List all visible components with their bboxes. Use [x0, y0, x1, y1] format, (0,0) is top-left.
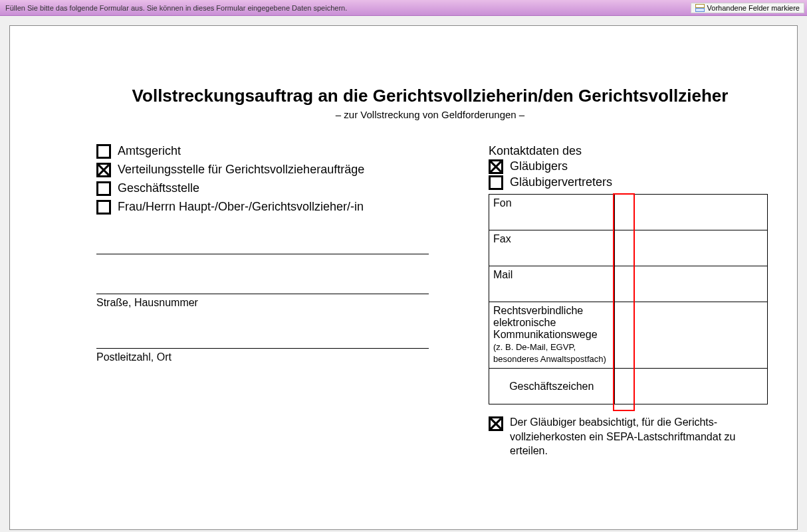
checkbox-frau-herrn-gv[interactable] [96, 200, 111, 215]
contact-section: Kontaktdaten des Gläubigers Gläubigerver… [489, 144, 768, 458]
ecom-mid-cell[interactable] [614, 302, 634, 369]
checkbox-geschaeftsstelle[interactable] [96, 181, 111, 196]
fax-mid-cell[interactable] [614, 230, 634, 266]
label-geschaeftsstelle: Geschäftsstelle [118, 181, 199, 195]
fax-value-cell[interactable] [634, 230, 767, 266]
checkbox-sepa[interactable] [489, 416, 503, 431]
gz-label: Geschäftszeichen [489, 369, 615, 404]
label-amtsgericht: Amtsgericht [118, 144, 181, 158]
contact-table: Fon Fax Mail [489, 194, 768, 404]
form-page: Vollstreckungsauftrag an die Gerichtsvol… [9, 25, 798, 530]
mail-label: Mail [489, 266, 615, 302]
mail-mid-cell[interactable] [614, 266, 634, 302]
fon-value-cell[interactable] [634, 195, 767, 230]
pdf-form-toolbar: Füllen Sie bitte das folgende Formular a… [0, 0, 807, 16]
recipient-city-caption: Postleitzahl, Ort [96, 351, 429, 363]
form-title: Vollstreckungsauftrag an die Gerichtsvol… [96, 86, 764, 106]
form-subtitle: – zur Vollstreckung von Geldforderungen … [96, 109, 764, 120]
fax-label: Fax [489, 230, 615, 266]
svg-rect-1 [695, 8, 704, 11]
contact-heading: Kontaktdaten des [489, 144, 768, 158]
label-creditor: Gläubigers [510, 159, 568, 173]
ecom-subnote: (z. B. De-Mail, EGVP, besonderes Anwalts… [493, 342, 606, 364]
fon-label: Fon [489, 195, 615, 230]
gz-mid-cell[interactable] [614, 369, 634, 404]
checkbox-creditor[interactable] [489, 159, 503, 174]
checkbox-amtsgericht[interactable] [96, 144, 111, 159]
recipient-street-input[interactable] [96, 278, 429, 294]
label-frau-herrn-gv: Frau/Herrn Haupt-/Ober-/Gerichtsvollzieh… [118, 200, 364, 214]
fon-mid-cell[interactable] [614, 195, 634, 230]
label-representative: Gläubigervertreters [510, 175, 612, 189]
ecom-value-cell[interactable] [634, 302, 767, 369]
recipient-street-caption: Straße, Hausnummer [96, 297, 429, 309]
gz-value-cell[interactable] [634, 369, 767, 404]
ecom-label-cell: Rechtsverbindliche elektronische Kommuni… [489, 302, 615, 369]
highlight-fields-label: Vorhandene Felder markiere [707, 4, 800, 12]
recipient-city-input[interactable] [96, 333, 429, 349]
form-fields-icon [695, 4, 705, 12]
sepa-text: Der Gläubiger beabsichtigt, für die Geri… [510, 415, 768, 458]
recipient-section: Amtsgericht Verteilungsstelle für Gerich… [96, 144, 429, 363]
ecom-label: Rechtsverbindliche elektronische Kommuni… [493, 305, 598, 340]
highlight-fields-button[interactable]: Vorhandene Felder markiere [691, 3, 804, 13]
checkbox-representative[interactable] [489, 175, 503, 190]
label-verteilungsstelle: Verteilungsstelle für Gerichtsvollzieher… [118, 163, 364, 177]
toolbar-instruction: Füllen Sie bitte das folgende Formular a… [5, 4, 347, 12]
svg-rect-0 [695, 4, 704, 7]
mail-value-cell[interactable] [634, 266, 767, 302]
recipient-name-input[interactable] [96, 238, 429, 254]
checkbox-verteilungsstelle[interactable] [96, 163, 111, 177]
